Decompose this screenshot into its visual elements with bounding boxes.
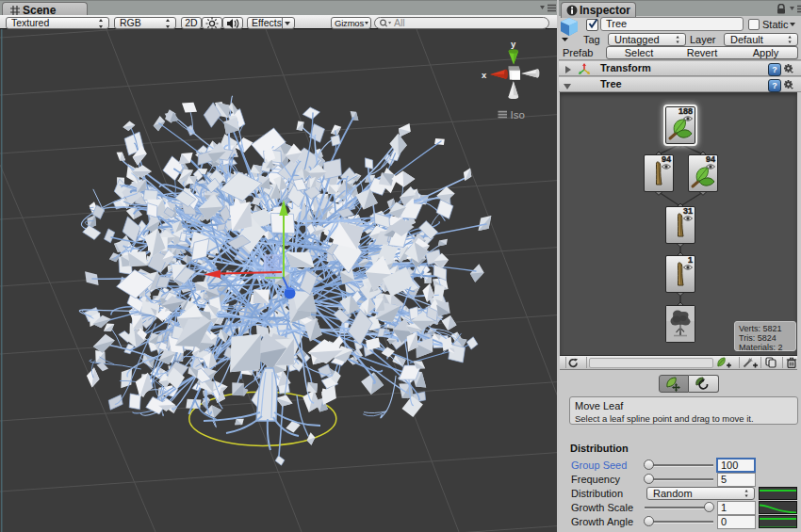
svg-text:x: x <box>482 70 487 80</box>
svg-text:Iso: Iso <box>511 109 525 121</box>
svg-text:y: y <box>511 39 516 49</box>
